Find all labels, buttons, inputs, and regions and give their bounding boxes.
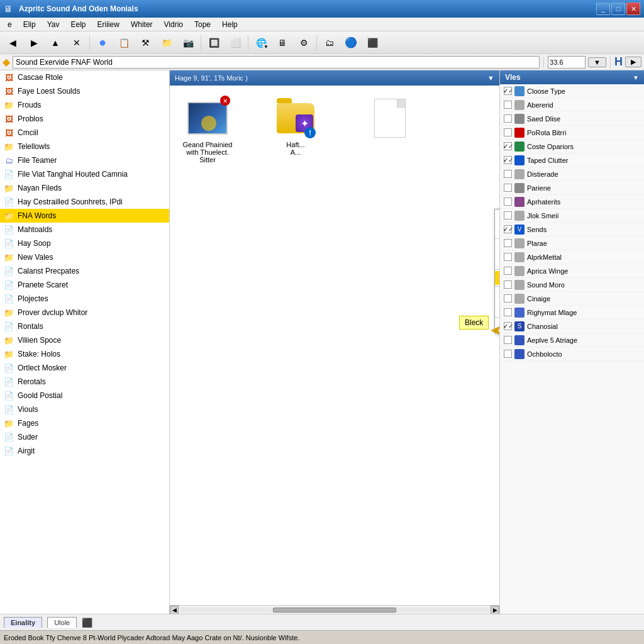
tool-10[interactable]: 🗂 bbox=[319, 34, 340, 52]
right-item-13[interactable]: Aprica Winge bbox=[500, 264, 644, 278]
menu-help[interactable]: Help bbox=[217, 19, 243, 30]
right-item-1[interactable]: Abererid bbox=[500, 98, 644, 112]
sidebar-item-0[interactable]: 🖼Cascae Rtole bbox=[0, 70, 169, 84]
right-item-2[interactable]: Saed Dlise bbox=[500, 112, 644, 126]
address-input[interactable] bbox=[13, 56, 540, 69]
sidebar-item-18[interactable]: 📄Rontals bbox=[0, 319, 169, 333]
menu-yav[interactable]: Yav bbox=[42, 19, 65, 30]
sidebar-item-21[interactable]: 📄Ortlect Mosker bbox=[0, 361, 169, 375]
right-checkbox-17[interactable]: ✓ bbox=[504, 322, 512, 330]
menu-tope[interactable]: Tope bbox=[189, 19, 216, 30]
sidebar-item-24[interactable]: 📄Viouls bbox=[0, 402, 169, 416]
right-checkbox-4[interactable]: ✓ bbox=[504, 142, 512, 150]
right-checkbox-18[interactable] bbox=[504, 336, 512, 344]
right-item-12[interactable]: AlprkMettal bbox=[500, 250, 644, 264]
tool-11[interactable]: 🔵 bbox=[341, 34, 361, 52]
sidebar-item-13[interactable]: 📁New Vales bbox=[0, 250, 169, 264]
right-item-19[interactable]: Ochbolocto bbox=[500, 347, 644, 361]
right-item-15[interactable]: Cinaige bbox=[500, 292, 644, 306]
right-item-10[interactable]: ✓VSends bbox=[500, 223, 644, 236]
sidebar-item-1[interactable]: 🖼Faye Loest Soulds bbox=[0, 84, 169, 98]
right-checkbox-15[interactable] bbox=[504, 294, 512, 303]
file-item-3[interactable] bbox=[365, 98, 415, 164]
sidebar-item-23[interactable]: 📄Goold Postial bbox=[0, 389, 169, 402]
tool-3[interactable]: 📁 bbox=[157, 34, 177, 52]
sidebar-item-4[interactable]: 🖼Cmciil bbox=[0, 126, 169, 140]
right-checkbox-7[interactable] bbox=[504, 184, 512, 192]
sidebar-item-17[interactable]: 📁Prover dvclup Whitor bbox=[0, 306, 169, 319]
stop-button[interactable]: ✕ bbox=[67, 34, 87, 52]
right-item-7[interactable]: Pariene bbox=[500, 181, 644, 195]
menu-elip[interactable]: Elip bbox=[18, 19, 41, 30]
sidebar-item-5[interactable]: 📁Telellowls bbox=[0, 140, 169, 153]
right-item-11[interactable]: Plarae bbox=[500, 236, 644, 250]
right-checkbox-9[interactable] bbox=[504, 211, 512, 219]
right-checkbox-16[interactable] bbox=[504, 308, 512, 316]
right-item-14[interactable]: Sound Moro bbox=[500, 278, 644, 292]
sidebar-item-20[interactable]: 📁Stake: Holos bbox=[0, 347, 169, 361]
sidebar-item-26[interactable]: 📄Suder bbox=[0, 430, 169, 444]
sidebar-item-3[interactable]: 🖼Problos bbox=[0, 112, 169, 126]
tool-12[interactable]: ⬛ bbox=[362, 34, 382, 52]
sidebar-item-8[interactable]: 📁Nayan Fileds bbox=[0, 181, 169, 195]
right-checkbox-19[interactable] bbox=[504, 350, 512, 358]
right-checkbox-11[interactable] bbox=[504, 239, 512, 247]
sidebar-item-15[interactable]: 📄Pranete Scaret bbox=[0, 278, 169, 292]
right-item-16[interactable]: Righymat Mlage bbox=[500, 306, 644, 319]
right-item-3[interactable]: PoRota Bitrri bbox=[500, 126, 644, 140]
sidebar-item-9[interactable]: 📄Hay Cestrailled Sounhrets, IPdi bbox=[0, 195, 169, 209]
ctx-item-eaquare[interactable]: 🔲 Eaquare... bbox=[495, 302, 499, 316]
right-item-6[interactable]: Distierade bbox=[500, 167, 644, 181]
zoom-go-button[interactable]: ▼ bbox=[588, 57, 606, 67]
right-checkbox-3[interactable] bbox=[504, 128, 512, 136]
right-checkbox-1[interactable] bbox=[504, 101, 512, 109]
forward-button[interactable]: ▶ bbox=[24, 34, 44, 52]
right-item-4[interactable]: ✓Coste Opariors bbox=[500, 140, 644, 153]
h-scrollbar-thumb[interactable] bbox=[273, 608, 397, 613]
minimize-button[interactable]: _ bbox=[596, 3, 610, 15]
right-item-9[interactable]: Jlok Smeii bbox=[500, 209, 644, 223]
tool-7[interactable]: 🌐 ▼ bbox=[251, 34, 271, 52]
back-button[interactable]: ◀ bbox=[3, 34, 23, 52]
tool-4[interactable]: 📷 bbox=[178, 34, 198, 52]
ctx-item-crepliame[interactable]: 📋 Crepliame.. bbox=[495, 240, 499, 254]
close-button[interactable]: ✕ bbox=[626, 3, 640, 15]
ctx-item-cfs[interactable]: 📁 CFS bbox=[495, 254, 499, 268]
file-item-2[interactable]: ✦ ! Haft...A... bbox=[270, 98, 321, 164]
menu-whiter[interactable]: Whiter bbox=[126, 19, 158, 30]
ctx-item-fllock[interactable]: 📄 Fllock .. bbox=[495, 223, 499, 237]
ctx-item-blook[interactable]: 📦 Blook... bbox=[495, 288, 499, 302]
sidebar-item-25[interactable]: 📁Fages bbox=[0, 416, 169, 430]
right-checkbox-14[interactable] bbox=[504, 280, 512, 289]
maximize-button[interactable]: □ bbox=[611, 3, 625, 15]
sidebar-item-22[interactable]: 📄Rerotals bbox=[0, 375, 169, 389]
right-item-0[interactable]: ✓Cloose Type bbox=[500, 84, 644, 98]
nav-icon[interactable]: ● bbox=[92, 34, 113, 52]
sidebar-item-14[interactable]: 📄Calanst Precpates bbox=[0, 264, 169, 278]
right-item-17[interactable]: ✓SChanosial bbox=[500, 319, 644, 333]
right-checkbox-2[interactable] bbox=[504, 114, 512, 123]
sidebar-item-2[interactable]: 📁Frouds bbox=[0, 98, 169, 112]
sidebar-item-10[interactable]: 📁FNA Words bbox=[0, 209, 169, 223]
sidebar-item-16[interactable]: 📄Plojectes bbox=[0, 292, 169, 306]
right-checkbox-13[interactable] bbox=[504, 267, 512, 275]
tool-8[interactable]: 🖥 bbox=[272, 34, 292, 52]
status-tab-ulole[interactable]: Ulole bbox=[47, 617, 77, 628]
tool-1[interactable]: 📋 bbox=[114, 34, 134, 52]
up-button[interactable]: ▲ bbox=[45, 34, 65, 52]
menu-vidrio[interactable]: Vidrio bbox=[159, 19, 188, 30]
ctx-item-geolarity[interactable]: 🟡 Geolarity ▶ bbox=[495, 271, 499, 285]
sidebar-item-6[interactable]: 🗂File Teamer bbox=[0, 153, 169, 167]
right-item-18[interactable]: Aeplve 5 Atriage bbox=[500, 333, 644, 347]
sidebar-item-27[interactable]: 📄Airgit bbox=[0, 444, 169, 458]
right-checkbox-10[interactable]: ✓ bbox=[504, 225, 512, 233]
sidebar-item-11[interactable]: 📄Mahtoalds bbox=[0, 223, 169, 236]
scroll-right-button[interactable]: ▶ bbox=[491, 606, 499, 614]
right-checkbox-12[interactable] bbox=[504, 253, 512, 261]
right-item-5[interactable]: ✓Taped Clutter bbox=[500, 153, 644, 167]
menu-eelp[interactable]: Eelp bbox=[66, 19, 91, 30]
menu-e[interactable]: e bbox=[3, 19, 17, 30]
scroll-left-button[interactable]: ◀ bbox=[170, 606, 179, 614]
tool-5[interactable]: 🔲 bbox=[204, 34, 224, 52]
status-tab-einality[interactable]: Einality bbox=[4, 617, 42, 628]
